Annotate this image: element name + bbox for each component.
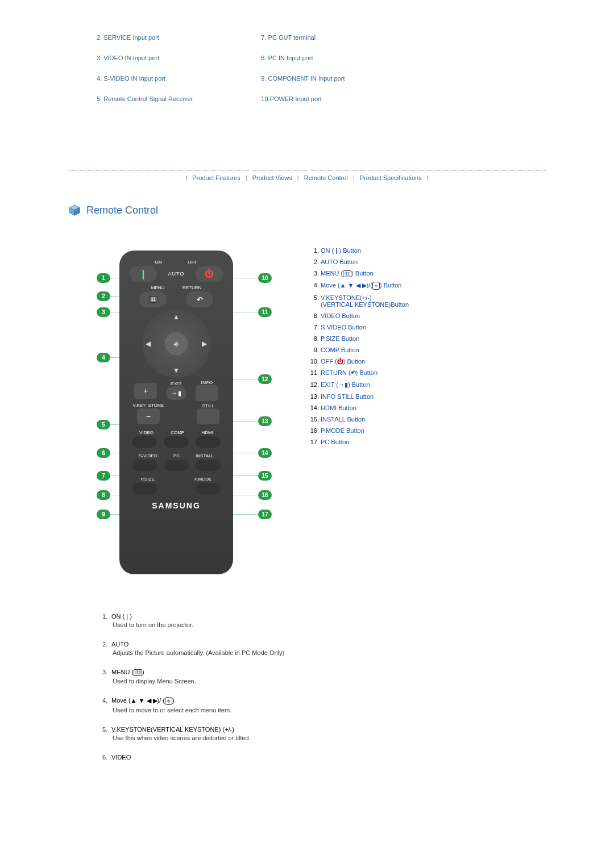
- rc-item-2[interactable]: AUTO Button: [321, 256, 409, 268]
- rc-item-3[interactable]: MENU (▯▯▯) Button: [321, 268, 409, 279]
- remote-button-list: ON ( | ) ButtonAUTO ButtonMENU (▯▯▯) But…: [307, 245, 409, 586]
- rc-item-9[interactable]: COMP Button: [321, 344, 409, 356]
- section-divider: [68, 170, 546, 171]
- description-item: 6.VIDEO: [102, 754, 546, 761]
- psize-label: P.SIZE: [141, 477, 155, 482]
- psize-button: [132, 483, 157, 494]
- rc-item-7[interactable]: S-VIDEO Button: [321, 322, 409, 333]
- callout-badge-16: 16: [258, 490, 272, 500]
- remote-body: ON OFF | AUTO ⏻ MENU RETURN ▯▯▯ ↶ ▲: [119, 251, 233, 574]
- description-item: 5.V.KEYSTONE(VERTICAL KEYSTONE) (+/-)Use…: [102, 726, 546, 741]
- return-label: RETURN: [182, 285, 201, 290]
- enter-button: ⎆: [165, 332, 188, 355]
- rc-item-8[interactable]: P.SIZE Button: [321, 333, 409, 344]
- rc-item-5[interactable]: V.KEYSTONE(+/-)(VERTICAL KEYSTONE)Button: [321, 292, 409, 310]
- rc-item-1[interactable]: ON ( | ) Button: [321, 245, 409, 256]
- section-header: Remote Control: [68, 204, 546, 216]
- up-arrow-icon: ▲: [173, 313, 180, 321]
- left-arrow-icon: ◀: [146, 340, 151, 348]
- menu-button: ▯▯▯: [139, 291, 167, 307]
- still-button: [197, 408, 219, 424]
- menu-icon: ▯▯▯: [343, 270, 351, 277]
- nav-product-views[interactable]: Product Views: [252, 174, 292, 181]
- return-icon: ↶: [351, 369, 356, 376]
- callout-badge-8: 8: [97, 490, 110, 500]
- description-item: 1.ON ( | )Used to turn on the projector.: [102, 613, 546, 628]
- video-button: [132, 436, 157, 448]
- svideo-button: [132, 460, 157, 471]
- port-link[interactable]: 2. SERVICE Input port: [97, 34, 193, 41]
- brand-label: SAMSUNG: [119, 501, 233, 510]
- vkey-label: V.KEY- STONE: [133, 403, 164, 408]
- cube-icon: [68, 204, 81, 216]
- rc-item-4[interactable]: Move (▲ ▼ ◀ ▶)/(⎆) Button: [321, 279, 409, 292]
- rc-item-12[interactable]: EXIT (→▮) Button: [321, 379, 409, 391]
- port-links-right: 7. PC OUT terminal 8. PC IN Input port 9…: [261, 34, 345, 102]
- info-label: INFO: [201, 380, 213, 385]
- install-label: INSTALL: [196, 453, 214, 458]
- rc-item-16[interactable]: P.MODE Button: [321, 425, 409, 436]
- rc-item-6[interactable]: VIDEO Button: [321, 310, 409, 322]
- rc-item-11[interactable]: RETURN (↶) Button: [321, 367, 409, 379]
- port-links: 2. SERVICE Input port 3. VIDEO IN Input …: [97, 34, 546, 102]
- port-link[interactable]: 10.POWER Input port: [261, 95, 345, 102]
- callout-badge-3: 3: [97, 307, 110, 317]
- callout-badge-12: 12: [258, 374, 272, 384]
- right-arrow-icon: ▶: [202, 340, 207, 348]
- keystone-plus-button: +: [134, 383, 157, 399]
- comp-button: [164, 436, 189, 448]
- svideo-label: S-VIDEO: [139, 453, 157, 458]
- menu-label: MENU: [151, 285, 165, 290]
- return-button: ↶: [186, 291, 213, 307]
- rc-item-13[interactable]: INFO STILL Button: [321, 391, 409, 402]
- menu-icon: ▯▯▯: [149, 296, 157, 303]
- callout-badge-2: 2: [97, 291, 110, 301]
- section-nav: | Product Features | Product Views | Rem…: [68, 174, 546, 181]
- video-label: VIDEO: [139, 430, 154, 435]
- callout-badge-15: 15: [258, 471, 272, 481]
- pmode-label: P.MODE: [194, 477, 212, 482]
- auto-label: AUTO: [157, 271, 196, 277]
- callout-badge-11: 11: [258, 307, 272, 317]
- callout-badge-5: 5: [97, 420, 110, 429]
- callout-badge-17: 17: [258, 510, 272, 519]
- nav-remote-control[interactable]: Remote Control: [304, 174, 348, 181]
- rc-item-17[interactable]: PC Button: [321, 436, 409, 448]
- pmode-button: [196, 483, 221, 494]
- info-button: [196, 385, 218, 401]
- install-button: [196, 460, 221, 471]
- remote-figure: 123456789 1011121314151617 ON OFF | AUTO…: [85, 245, 273, 586]
- callout-badge-9: 9: [97, 510, 110, 519]
- down-arrow-icon: ▼: [173, 366, 180, 374]
- callout-badge-4: 4: [97, 353, 110, 362]
- nav-product-specifications[interactable]: Product Specifications: [360, 174, 422, 181]
- section-title: Remote Control: [86, 205, 158, 216]
- port-link[interactable]: 5. Remote Control Signal Receiver: [97, 95, 193, 102]
- callout-badge-6: 6: [97, 448, 110, 458]
- rc-item-10[interactable]: OFF (⏻) Button: [321, 356, 409, 367]
- rc-item-14[interactable]: HDMI Button: [321, 402, 409, 414]
- remote-control-overview: 123456789 1011121314151617 ON OFF | AUTO…: [85, 245, 546, 586]
- still-label: STILL: [202, 403, 214, 408]
- rc-item-15[interactable]: INSTALL Button: [321, 414, 409, 425]
- callout-badge-13: 13: [258, 416, 272, 426]
- exit-label: EXIT: [171, 381, 182, 386]
- page-content: 2. SERVICE Input port 3. VIDEO IN Input …: [68, 0, 546, 796]
- description-item: 2.AUTOAdjusts the Picture automatically.…: [102, 641, 546, 656]
- port-link[interactable]: 9. COMPONENT IN Input port: [261, 75, 345, 82]
- callout-badge-1: 1: [97, 273, 110, 283]
- port-link[interactable]: 7. PC OUT terminal: [261, 34, 345, 41]
- button-descriptions: 1.ON ( | )Used to turn on the projector.…: [102, 613, 546, 761]
- nav-product-features[interactable]: Product Features: [192, 174, 240, 181]
- port-link[interactable]: 4. S-VIDEO IN Input port: [97, 75, 193, 82]
- port-links-left: 2. SERVICE Input port 3. VIDEO IN Input …: [97, 34, 193, 102]
- callout-badge-10: 10: [258, 273, 272, 283]
- on-button: |: [130, 266, 157, 282]
- port-link[interactable]: 8. PC IN Input port: [261, 55, 345, 61]
- description-item: 3.MENU (▯▯▯)Used to display Menu Screen.: [102, 669, 546, 685]
- port-link[interactable]: 3. VIDEO IN Input port: [97, 55, 193, 61]
- exit-icon: →▮: [338, 381, 348, 388]
- hdmi-label: HDMI: [201, 430, 213, 435]
- description-item: 4.Move (▲ ▼ ◀ ▶)/ (⎆)Used to move to or …: [102, 697, 546, 713]
- pc-button: [164, 460, 189, 471]
